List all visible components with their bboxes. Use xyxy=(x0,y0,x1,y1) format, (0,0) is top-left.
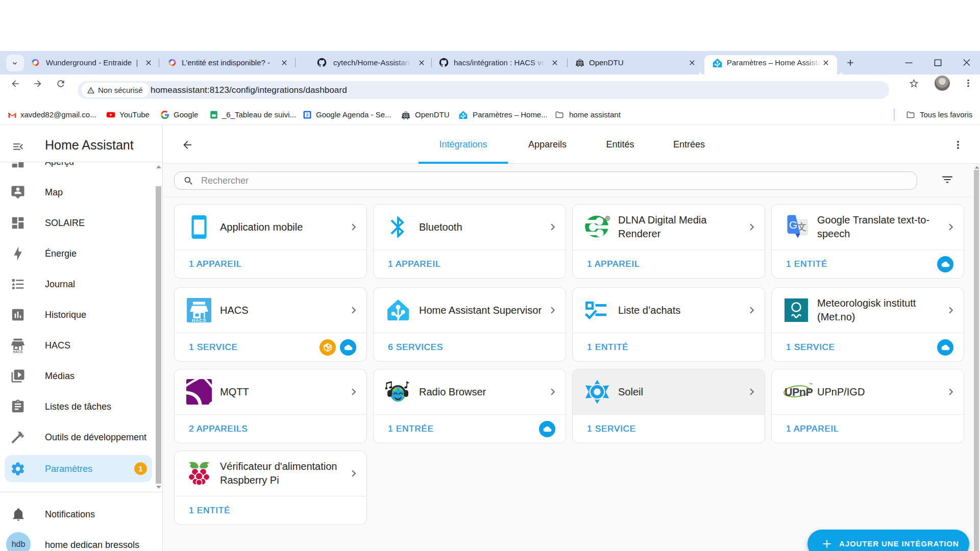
svg-text:G: G xyxy=(789,219,797,231)
svg-text:R: R xyxy=(606,217,609,220)
svg-text:UPnP: UPnP xyxy=(785,386,813,398)
svg-text:HACS: HACS xyxy=(13,350,22,353)
svg-text:2: 2 xyxy=(306,113,309,117)
svg-text:™: ™ xyxy=(808,382,813,387)
svg-text:HACS: HACS xyxy=(192,318,207,323)
